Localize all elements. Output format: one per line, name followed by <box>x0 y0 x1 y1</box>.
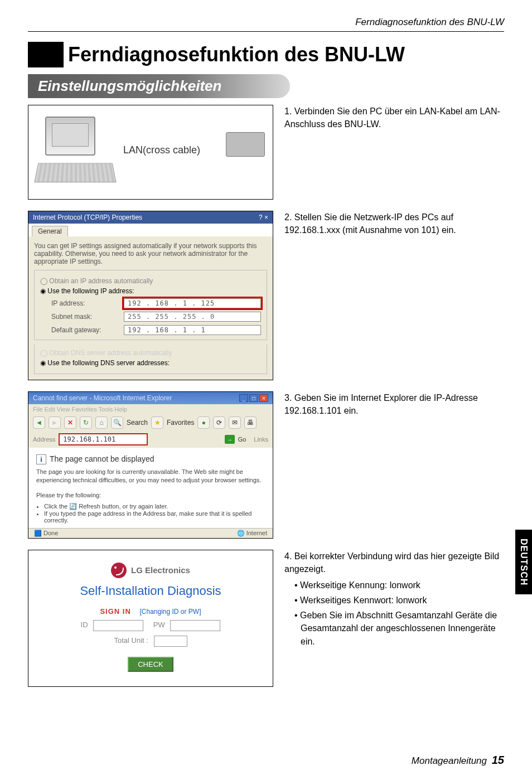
step-4-text: 4. Bei korrekter Verbindung wird das hie… <box>284 550 504 650</box>
ie-error-heading: i The page cannot be displayed <box>50 454 265 463</box>
address-label: Address <box>33 436 55 443</box>
lbl-mask: Subnet mask: <box>51 313 124 321</box>
history-icon: ⟳ <box>213 416 225 429</box>
tcpip-tab-general: General <box>32 226 68 236</box>
ie-window-title: Cannot find server - Microsoft Internet … <box>33 394 172 402</box>
status-done: 🟦 Done <box>34 530 58 537</box>
step4-b1: Werkseitige Kennung: lonwork <box>294 579 504 592</box>
maximize-icon: □ <box>249 394 258 402</box>
favorites-label: Favorites <box>167 419 194 427</box>
lbl-gateway: Default gateway: <box>51 326 124 334</box>
language-tab: DEUTSCH <box>515 530 532 594</box>
ie-error-p1: The page you are looking for is currentl… <box>36 468 265 485</box>
check-button: CHECK <box>128 657 173 672</box>
step-3-text: 3. Geben Sie im Internet Explorer die IP… <box>284 391 504 417</box>
ie-window-controls: _ □ × <box>239 394 268 402</box>
ie-bullet-1: Click the 🔄 Refresh button, or try again… <box>44 503 265 510</box>
chapter-heading: Ferndiagnosefunktion des BNU-LW <box>28 42 504 67</box>
step4-b2: Werkseitiges Kennwort: lonwork <box>294 594 504 607</box>
lbl-ip: IP address: <box>51 299 124 307</box>
diagnosis-title: Self-Installation Diagnosis <box>34 584 267 598</box>
minimize-icon: _ <box>239 394 248 402</box>
address-input: 192.168.1.101 <box>59 433 148 445</box>
total-unit-input <box>154 636 187 647</box>
pw-input <box>170 620 220 631</box>
page-number: 15 <box>492 754 504 766</box>
lg-brand-text: LG Electronics <box>131 565 190 575</box>
ie-error-p2: Please try the following: <box>36 491 265 500</box>
home-icon: ⌂ <box>95 416 108 429</box>
page-footer: Montageanleitung 15 <box>412 754 504 767</box>
go-icon: → <box>225 435 235 444</box>
figure-ie: Cannot find server - Microsoft Internet … <box>28 391 273 539</box>
footer-label: Montageanleitung <box>412 755 487 766</box>
step-1-text: 1. Verbinden Sie den PC über ein LAN-Kab… <box>284 105 504 130</box>
id-input <box>93 620 143 631</box>
stop-icon: ✕ <box>64 416 76 429</box>
go-label: Go <box>238 436 246 443</box>
media-icon: ● <box>197 416 210 429</box>
change-idpw-link: [Changing ID or PW] <box>139 608 201 616</box>
router-icon <box>226 132 265 157</box>
total-unit-label: Total Unit : <box>114 636 148 645</box>
tcpip-help-close: ? × <box>259 214 268 221</box>
lan-label: LAN(cross cable) <box>123 144 200 156</box>
pw-label: PW <box>153 621 165 629</box>
ie-toolbar: ◄ ► ✕ ↻ ⌂ 🔍 Search ★ Favorites ● ⟳ ✉ 🖶 <box>28 414 273 431</box>
tcpip-title: Internet Protocol (TCP/IP) Properties <box>33 214 142 221</box>
search-label: Search <box>127 419 148 427</box>
ie-menubar: File Edit View Favorites Tools Help <box>28 404 273 414</box>
mail-icon: ✉ <box>229 416 241 429</box>
monitor-icon <box>45 117 95 156</box>
status-zone: 🌐 Internet <box>237 530 267 537</box>
refresh-icon: ↻ <box>80 416 92 429</box>
figure-tcpip: Internet Protocol (TCP/IP) Properties ? … <box>28 211 273 380</box>
lg-logo: LG Electronics <box>111 563 190 578</box>
subnet-mask-value: 255 . 255 . 255 . 0 <box>124 312 261 322</box>
step-2-text: 2. Stellen Sie die Netzwerk-IP des PCs a… <box>284 211 504 236</box>
close-icon: × <box>259 394 268 402</box>
chapter-title: Ferndiagnosefunktion des BNU-LW <box>68 43 405 66</box>
back-icon: ◄ <box>33 416 45 429</box>
id-label: ID <box>81 621 88 629</box>
radio-auto-ip: ◯ Obtain an IP address automatically <box>40 277 261 285</box>
tcpip-titlebar: Internet Protocol (TCP/IP) Properties ? … <box>28 211 273 224</box>
radio-use-dns: ◉ Use the following DNS server addresses… <box>40 359 261 367</box>
running-header: Ferndiagnosefunktion des BNU-LW <box>28 17 504 32</box>
ie-bullet-2: If you typed the page address in the Add… <box>44 510 265 524</box>
search-icon: 🔍 <box>111 416 123 429</box>
info-icon: i <box>36 454 46 464</box>
ip-address-value: 192 . 168 . 1 . 125 <box>124 298 261 308</box>
favorites-icon: ★ <box>151 416 163 429</box>
signin-label: SIGN IN <box>100 607 130 616</box>
lg-face-icon <box>111 563 127 578</box>
chapter-block <box>28 42 64 67</box>
links-label: Links <box>254 436 268 443</box>
figure-diagnosis: LG Electronics Self-Installation Diagnos… <box>28 550 273 687</box>
print-icon: 🖶 <box>244 416 257 429</box>
tcpip-desc: You can get IP settings assigned automat… <box>34 242 267 265</box>
section-title: Einstellungsmöglichkeiten <box>28 74 290 98</box>
gateway-value: 192 . 168 . 1 . 1 <box>124 325 261 335</box>
forward-icon: ► <box>49 416 61 429</box>
figure-lan: LAN(cross cable) <box>28 105 273 200</box>
keyboard-icon <box>34 163 116 183</box>
radio-use-ip: ◉ Use the following IP address: <box>40 287 261 295</box>
radio-auto-dns: ◯ Obtain DNS server address automaticall… <box>40 349 261 357</box>
step4-b3: Geben Sie im Abschnitt Gesamtanzahl Gerä… <box>294 609 504 648</box>
